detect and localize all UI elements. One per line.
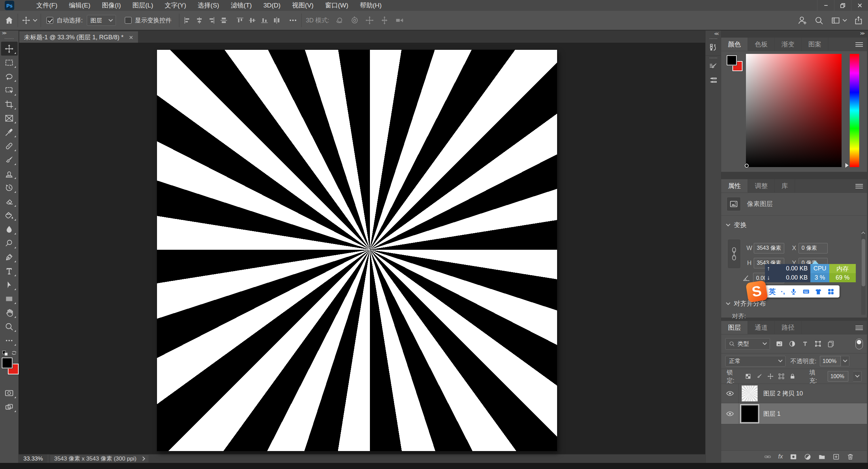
link-wh-button[interactable] [727, 239, 741, 269]
tool-history-brush[interactable] [1, 181, 18, 195]
layer-name[interactable]: 图层 1 [758, 403, 781, 424]
search-icon[interactable] [814, 16, 824, 25]
filter-adjustment-layers-icon[interactable] [789, 340, 796, 347]
auto-select-dropdown[interactable]: 图层 [87, 15, 116, 26]
ime-language-toggle[interactable]: 英 [769, 287, 775, 296]
toolbar-collapse-button[interactable]: >> [0, 30, 18, 37]
lock-transparent-icon[interactable] [745, 373, 751, 380]
lock-all-icon[interactable] [789, 373, 796, 380]
tool-blur[interactable] [1, 222, 18, 236]
opacity-dropdown[interactable] [841, 356, 849, 366]
menu-file[interactable]: 文件(F) [31, 0, 63, 11]
layer-thumbnail[interactable] [742, 385, 758, 402]
opacity-field[interactable]: 100% [820, 356, 841, 366]
slide-3d-icon[interactable] [380, 16, 389, 25]
foreground-color-swatch[interactable] [2, 358, 13, 368]
tool-eyedropper[interactable] [1, 125, 18, 139]
restore-button[interactable] [834, 0, 851, 11]
align-center-v-icon[interactable] [249, 17, 256, 24]
align-bottom-icon[interactable] [261, 17, 268, 24]
hue-slider-marker[interactable] [845, 163, 849, 168]
visibility-toggle[interactable] [721, 403, 739, 424]
add-mask-icon[interactable] [790, 453, 797, 461]
width-field[interactable]: 3543 像素 [754, 243, 784, 253]
sogou-logo[interactable]: S [746, 280, 768, 303]
link-layers-icon[interactable] [764, 453, 771, 461]
tool-spot-healing[interactable] [1, 139, 18, 153]
history-panel-button[interactable] [707, 40, 720, 54]
fill-dropdown[interactable] [853, 371, 862, 382]
layer-row-background[interactable]: 图层 1 [721, 403, 867, 424]
saturation-brightness-field[interactable] [746, 54, 842, 167]
tool-edit-toolbar[interactable] [1, 333, 18, 347]
show-transform-checkbox[interactable] [125, 17, 132, 24]
add-user-icon[interactable] [797, 16, 807, 25]
quick-mask-button[interactable] [1, 386, 18, 400]
menu-layer[interactable]: 图层(L) [127, 0, 159, 11]
menu-select[interactable]: 选择(S) [192, 0, 225, 11]
roll-3d-icon[interactable] [350, 16, 359, 25]
menu-help[interactable]: 帮助(H) [354, 0, 387, 11]
layer-name[interactable]: 图层 2 拷贝 10 [758, 384, 803, 403]
tool-zoom[interactable] [1, 320, 18, 333]
tab-layers[interactable]: 图层 [721, 321, 748, 334]
dock-gripper[interactable] [710, 58, 717, 58]
brush-settings-panel-button[interactable] [707, 60, 720, 73]
filter-pixel-layers-icon[interactable] [776, 340, 783, 347]
layer-thumbnail[interactable] [742, 406, 758, 422]
filter-smart-objects-icon[interactable] [827, 340, 834, 347]
default-colors-icon[interactable] [2, 351, 8, 356]
toolbar-gripper[interactable] [5, 38, 14, 39]
layer-style-icon[interactable]: fx [778, 453, 783, 460]
tool-pen[interactable] [1, 250, 18, 264]
document-tab[interactable]: 未标题-1 @ 33.3% (图层 1, RGB/8) * [19, 32, 138, 43]
blend-mode-dropdown[interactable]: 正常 [725, 356, 786, 367]
distribute-h-icon[interactable] [220, 17, 228, 24]
orbit-3d-icon[interactable] [335, 16, 344, 25]
skin-icon[interactable] [815, 288, 822, 295]
tool-brush[interactable] [1, 153, 18, 167]
tab-patterns[interactable]: 图案 [802, 38, 828, 51]
tool-crop[interactable] [1, 97, 18, 111]
tab-libraries[interactable]: 库 [775, 179, 795, 192]
screen-mode-button[interactable] [1, 400, 18, 414]
zoom-level-field[interactable]: 33.33% [19, 454, 48, 463]
menu-filter[interactable]: 滤镜(T) [225, 0, 257, 11]
share-icon[interactable] [854, 16, 863, 25]
filter-type-layers-icon[interactable] [802, 340, 809, 347]
menu-window[interactable]: 窗口(W) [319, 0, 354, 11]
hue-strip[interactable] [850, 54, 859, 167]
panel-menu-icon[interactable] [855, 184, 863, 188]
tool-hand[interactable] [1, 306, 18, 320]
filter-shape-layers-icon[interactable] [814, 340, 822, 347]
lock-artboard-icon[interactable] [778, 373, 785, 380]
tab-paths[interactable]: 路径 [775, 321, 802, 334]
dock-gripper[interactable] [710, 38, 717, 39]
properties-scrollbar[interactable] [861, 231, 866, 315]
new-layer-icon[interactable] [832, 453, 840, 461]
align-top-icon[interactable] [236, 17, 244, 24]
camera-3d-icon[interactable] [395, 16, 404, 25]
tool-rectangle[interactable] [1, 292, 18, 306]
auto-select-checkbox[interactable] [46, 17, 53, 24]
layer-row-starburst[interactable]: 图层 2 拷贝 10 [721, 384, 867, 403]
lock-pixels-icon[interactable] [756, 373, 763, 380]
tool-paint-bucket[interactable] [1, 208, 18, 222]
menu-view[interactable]: 视图(V) [286, 0, 319, 11]
brushes-panel-button[interactable] [707, 73, 720, 87]
menu-type[interactable]: 文字(Y) [159, 0, 192, 11]
align-left-icon[interactable] [183, 17, 191, 24]
tab-channels[interactable]: 通道 [748, 321, 775, 334]
align-right-icon[interactable] [208, 17, 215, 24]
foreground-color-swatch[interactable] [727, 55, 737, 65]
tool-dodge[interactable] [1, 236, 18, 250]
new-group-icon[interactable] [818, 453, 826, 461]
new-adjustment-layer-icon[interactable] [804, 453, 811, 461]
tool-move[interactable] [1, 42, 18, 56]
minimize-button[interactable] [817, 0, 834, 11]
transform-section-header[interactable]: 变换 [727, 221, 747, 229]
visibility-toggle[interactable] [721, 384, 739, 403]
workspace-switcher[interactable] [831, 16, 846, 25]
align-center-h-icon[interactable] [196, 17, 203, 24]
filter-type-dropdown[interactable]: 类型 [725, 338, 770, 350]
